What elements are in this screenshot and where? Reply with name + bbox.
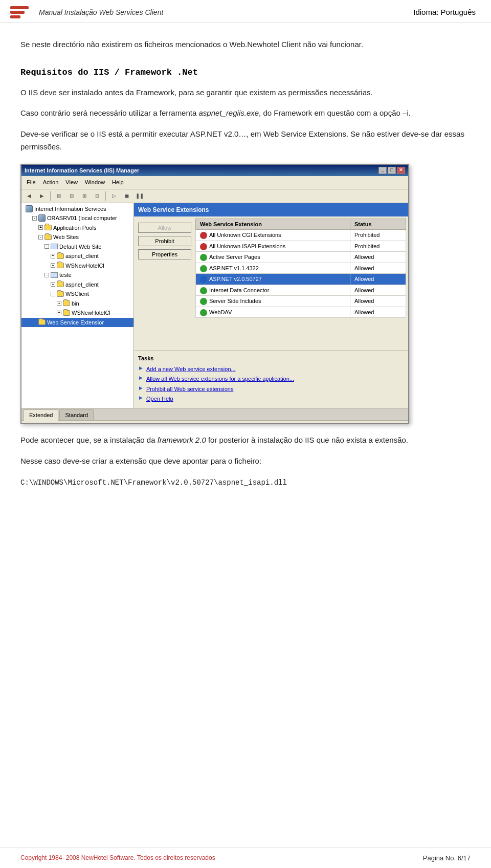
tree-expand-aspnet2[interactable]: +	[51, 282, 55, 287]
maximize-button[interactable]: □	[388, 167, 396, 174]
tree-expand-teste[interactable]: -	[44, 273, 49, 277]
folder-icon-aspnet2	[57, 281, 64, 287]
tree-orasrv-label: ORASRV01 (local computer	[47, 214, 117, 223]
table-row-selected[interactable]: ASP.NET v2.0.50727 Allowed	[196, 274, 406, 285]
tree-orasrv[interactable]: - ORASRV01 (local computer	[21, 213, 133, 223]
forward-button[interactable]: ▶	[36, 191, 48, 201]
wse-action-buttons: Allow Prohibit Properties	[134, 216, 195, 351]
web-icon-default	[51, 244, 58, 249]
menu-action[interactable]: Action	[40, 177, 62, 188]
minimize-button[interactable]: _	[378, 167, 387, 174]
allow-button[interactable]: Allow	[138, 223, 191, 233]
tree-web-service-ext[interactable]: Web Service Extensior	[21, 318, 133, 328]
tree-teste[interactable]: - teste	[21, 270, 133, 280]
col-header-status: Status	[350, 219, 406, 230]
table-row[interactable]: Server Side Includes Allowed	[196, 296, 406, 307]
tree-wsnewhotel2[interactable]: + WSNewHotelCl	[21, 308, 133, 318]
tree-root[interactable]: Internet Information Services	[21, 204, 133, 214]
tree-expand-pools[interactable]: +	[38, 225, 43, 230]
tree-apppools[interactable]: + Application Pools	[21, 223, 133, 233]
table-row[interactable]: ASP.NET v1.1.4322 Allowed	[196, 263, 406, 274]
tree-bin[interactable]: + bin	[21, 299, 133, 309]
tree-expand-default[interactable]: -	[44, 244, 49, 249]
tree-expand-websites[interactable]: -	[38, 235, 43, 240]
tree-aspnet-client2[interactable]: + aspnet_client	[21, 280, 133, 290]
document-title: Manual Instalação Web Services Client	[39, 7, 163, 18]
footer-copyright: Copyright 1984- 2008 NewHotel Software. …	[20, 853, 215, 862]
ext-ssi: Server Side Includes	[196, 296, 350, 307]
section-path: C:\WINDOWS\Microsoft.NET\Framework\v2.0.…	[20, 476, 471, 489]
tree-aspnet-client1[interactable]: + aspnet_client	[21, 251, 133, 261]
close-button[interactable]: ✕	[397, 167, 405, 174]
toolbar-btn-4[interactable]: ⊟	[92, 191, 103, 201]
iis-toolbar: ◀ ▶ ⊞ ⊟ ⊞ ⊟ ▷ ◼ ❚❚	[21, 189, 408, 203]
task-allow-all[interactable]: Allow all Web service extensions for a s…	[138, 375, 404, 383]
toolbar-btn-6[interactable]: ◼	[121, 191, 132, 201]
server-icon	[26, 205, 33, 212]
table-row[interactable]: Internet Data Connector Allowed	[196, 285, 406, 296]
tree-expand-aspnet1[interactable]: +	[51, 254, 55, 258]
menu-view[interactable]: View	[62, 177, 81, 188]
status-ssi: Allowed	[350, 296, 406, 307]
tree-pools-label: Application Pools	[53, 224, 96, 232]
iis-tree[interactable]: Internet Information Services - ORASRV01…	[21, 203, 134, 408]
status-icon-ssi	[200, 298, 207, 305]
folder-icon-wsclient	[57, 291, 64, 297]
tasks-title: Tasks	[138, 354, 404, 363]
ext-aspnet20: ASP.NET v2.0.50727	[196, 274, 350, 285]
table-row[interactable]: Active Server Pages Allowed	[196, 252, 406, 263]
task-prohibit-all[interactable]: Prohibit all Web service extensions	[138, 385, 404, 394]
table-row[interactable]: WebDAV Allowed	[196, 307, 406, 318]
tree-expand-ws2[interactable]: +	[57, 311, 61, 315]
properties-button[interactable]: Properties	[138, 249, 191, 259]
toolbar-btn-7[interactable]: ❚❚	[134, 191, 145, 201]
iis-view-tabs: Extended Standard	[21, 408, 408, 421]
section-body-framework: Pode acontecer que, se a instalação da f…	[20, 434, 471, 447]
table-row[interactable]: All Unknown CGI Extensions Prohibited	[196, 230, 406, 241]
tree-wsnewhotel1[interactable]: + WSNewHotelCl	[21, 261, 133, 271]
menu-help[interactable]: Help	[109, 177, 127, 188]
tree-wse-label: Web Service Extensior	[47, 318, 104, 327]
iis-window-title: Internet Information Services (IIS) Mana…	[25, 166, 139, 175]
folder-icon-wse	[38, 319, 46, 325]
toolbar-btn-1[interactable]: ⊞	[53, 191, 64, 201]
folder-icon-aspnet1	[57, 253, 64, 259]
status-icon-aspnet11	[200, 265, 207, 272]
toolbar-btn-5[interactable]: ▷	[108, 191, 120, 201]
menu-file[interactable]: File	[24, 177, 39, 188]
task-open-help[interactable]: Open Help	[138, 395, 404, 403]
window-controls[interactable]: _ □ ✕	[378, 167, 405, 174]
tab-extended[interactable]: Extended	[24, 409, 58, 421]
status-cgi: Prohibited	[350, 230, 406, 241]
stripe-2	[10, 11, 25, 14]
toolbar-btn-3[interactable]: ⊞	[79, 191, 90, 201]
tree-aspnet1-label: aspnet_client	[65, 252, 99, 261]
tree-root-label: Internet Information Services	[34, 205, 106, 213]
menu-window[interactable]: Window	[82, 177, 108, 188]
status-idc: Allowed	[350, 285, 406, 296]
tab-standard[interactable]: Standard	[59, 409, 94, 421]
wse-panel-header: Web Service Extensions	[134, 203, 408, 216]
tree-default-site[interactable]: - Default Web Site	[21, 242, 133, 252]
ext-isapi: All Unknown ISAPI Extensions	[196, 241, 350, 252]
status-icon-asp	[200, 254, 207, 261]
tree-expand-orasrv[interactable]: -	[32, 216, 37, 221]
tree-expand-ws1[interactable]: +	[51, 263, 55, 268]
toolbar-btn-2[interactable]: ⊟	[66, 191, 77, 201]
tree-expand-wsclient[interactable]: -	[51, 292, 55, 296]
intro-paragraph: Se neste directório não existirem os fic…	[20, 38, 471, 51]
tree-expand-bin[interactable]: +	[57, 301, 61, 306]
prohibit-button[interactable]: Prohibit	[138, 236, 191, 246]
folder-icon-websites	[44, 234, 52, 240]
back-button[interactable]: ◀	[24, 191, 35, 201]
tree-wsclient[interactable]: - WSClient	[21, 289, 133, 299]
wse-extensions-table: Web Service Extension Status All Unknown…	[195, 219, 406, 318]
task-add-extension[interactable]: Add a new Web service extension...	[138, 365, 404, 374]
tree-default-label: Default Web Site	[59, 243, 101, 251]
tree-websites[interactable]: - Web Sites	[21, 232, 133, 242]
table-row[interactable]: All Unknown ISAPI Extensions Prohibited	[196, 241, 406, 252]
status-webdav: Allowed	[350, 307, 406, 318]
status-icon-isapi	[200, 243, 207, 250]
ext-aspnet11: ASP.NET v1.1.4322	[196, 263, 350, 274]
ext-asp: Active Server Pages	[196, 252, 350, 263]
